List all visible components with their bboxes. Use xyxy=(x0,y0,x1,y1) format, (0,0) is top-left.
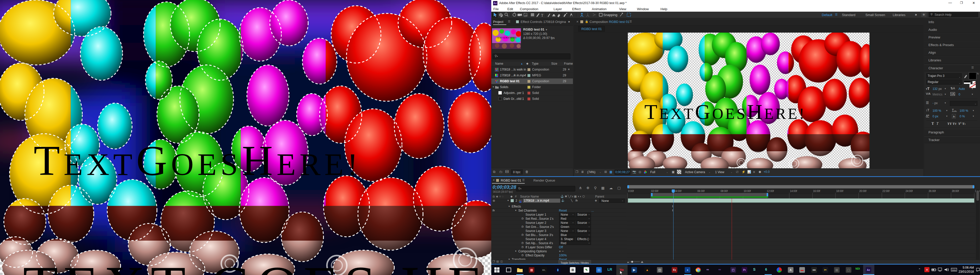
timeline-tab-close-icon[interactable]: ✕ xyxy=(493,179,495,182)
menu-window[interactable]: Window xyxy=(637,7,649,11)
taskbar-filezilla[interactable]: Fz xyxy=(672,267,677,273)
restore-button[interactable]: ❐ xyxy=(960,1,963,5)
col-size[interactable]: Size xyxy=(551,62,557,65)
taskbar-faded-app[interactable]: ▣ xyxy=(834,267,840,273)
workspace-libraries[interactable]: Libraries xyxy=(893,13,905,17)
project-row-adjustm-yer-1[interactable]: Adjustm...yer 1Solid xyxy=(491,90,573,96)
layer-name[interactable]: 170818 ...k in.mp4 xyxy=(524,199,549,202)
layer-twirl[interactable]: ▼ xyxy=(507,199,509,202)
bw-swatch[interactable] xyxy=(964,81,971,84)
prop-dropdown-1[interactable]: None⌄ xyxy=(559,229,575,233)
exposure-icon[interactable]: ✺ xyxy=(759,170,761,174)
taskbar-faded-app-2[interactable]: ▢ xyxy=(846,267,851,273)
prop-row-set-blu-source-3-s[interactable]: ◷Set Blu... Source 3'sBlue⌄ xyxy=(491,233,627,237)
menu-layer[interactable]: Layer xyxy=(554,7,562,11)
workspace-overflow[interactable]: » xyxy=(915,13,917,17)
prop-dropdown-2[interactable]: Source⌄ xyxy=(576,229,591,233)
menu-help[interactable]: Help xyxy=(660,7,667,11)
kerning-dropdown-icon[interactable]: ▼ xyxy=(944,93,946,95)
panel-header-libraries[interactable]: Libraries xyxy=(924,56,980,64)
label-chip[interactable] xyxy=(528,98,530,100)
workspace-default[interactable]: Default xyxy=(822,13,832,17)
prop-row-compositing-options[interactable]: ▼Compositing Options+ − xyxy=(491,249,627,253)
taskbar-media-encoder[interactable]: ◰ xyxy=(730,267,736,273)
prop-label[interactable]: Set Alp... Source 4's xyxy=(525,242,553,245)
tsume-value[interactable]: 0 % xyxy=(959,115,965,118)
prop-row-set-gre-source-2-s[interactable]: ◷Set Gre... Source 2'sGreen⌄ xyxy=(491,225,627,229)
taskbar-file-explorer[interactable] xyxy=(517,267,523,273)
taskbar-s-app[interactable]: S xyxy=(753,267,756,272)
col-type[interactable]: Type xyxy=(532,62,538,65)
tray-chevron-icon[interactable]: ⌃ xyxy=(918,268,921,272)
taskbar-media-player[interactable]: ▶ xyxy=(632,267,637,273)
timeline-graph-bg[interactable] xyxy=(627,194,975,260)
tsume-dropdown-icon[interactable]: ▼ xyxy=(972,115,974,117)
workspace-standard[interactable]: Standard xyxy=(842,13,856,17)
prop-row-set-channels[interactable]: fx▼Set ChannelsReset... xyxy=(491,209,627,213)
kerning-value[interactable]: Metrics xyxy=(932,93,942,96)
swap-colors-icon[interactable]: ↻ xyxy=(977,72,979,75)
paragraph-panel-header[interactable]: Paragraph xyxy=(924,129,980,136)
timeline-vscrollbar-thumb[interactable] xyxy=(977,190,979,201)
workspace-small-screen[interactable]: Small Screen xyxy=(865,13,885,17)
taskbar-thunderbird[interactable]: ● xyxy=(685,267,690,273)
prop-row-source-layer-4[interactable]: Source Layer 43. Shape⌄Effects {⌄ xyxy=(491,237,627,241)
prop-dropdown-2[interactable]: Effects {⌄ xyxy=(576,237,591,241)
timeline-tab-label[interactable]: RGBD test 01 xyxy=(501,179,521,182)
comp-tab-close-icon[interactable]: ✕ xyxy=(576,20,579,24)
layer-duration-bar[interactable] xyxy=(628,198,974,203)
project-item-title[interactable]: RGBD test 01 ▼ xyxy=(523,27,548,31)
horizontal-scale-value[interactable]: 100 % xyxy=(959,109,968,112)
taskbar-premiere-pro[interactable]: Pr xyxy=(741,267,747,273)
camera-dropdown[interactable]: Active Camera⌄ xyxy=(683,169,711,175)
stopwatch-icon[interactable]: ◷ xyxy=(522,225,524,228)
source-name-col[interactable]: Source Name xyxy=(520,195,539,198)
prop-row-effect-opacity[interactable]: ◷Effect Opacity100% xyxy=(491,253,627,258)
panel-header-audio[interactable]: Audio xyxy=(924,25,980,33)
prop-dropdown-1[interactable]: 3. Shape⌄ xyxy=(559,237,575,241)
avira-tray-icon[interactable]: ⌆ xyxy=(924,267,929,272)
project-row-170818-lk-in-mp4[interactable]: 170818 ...lk in.mp4MPEG29 xyxy=(491,73,573,78)
menu-effect[interactable]: Effect xyxy=(572,7,581,11)
font-family-dropdown[interactable]: Trajan Pro 3⌄ xyxy=(926,73,962,78)
taskbar-handbrake[interactable]: ◫ xyxy=(657,267,662,273)
prop-label[interactable]: Effect Opacity xyxy=(525,254,544,257)
prop-row-source-layer-3[interactable]: Source Layer 3None⌄Source⌄ xyxy=(491,229,627,233)
new-folder-icon[interactable]: 🗀 xyxy=(499,170,503,174)
layer-fx-switch[interactable]: fx xyxy=(576,199,578,202)
stopwatch-icon[interactable]: ◷ xyxy=(522,242,524,244)
taskbar-vlc[interactable]: ▲ xyxy=(644,267,650,273)
col-tag-icon[interactable]: ◆ xyxy=(526,62,528,65)
roi-icon[interactable]: ⊞ xyxy=(605,170,607,174)
region-icon[interactable]: ▩ xyxy=(609,170,612,174)
work-area-start[interactable] xyxy=(651,193,652,196)
tracking-value[interactable]: 0 xyxy=(959,93,960,96)
timeline-bottom-icons[interactable]: ❐▤◫ xyxy=(493,260,504,263)
render-queue-tab[interactable]: Render Queue xyxy=(533,179,555,182)
target-region-icon[interactable]: ▣ xyxy=(672,170,675,174)
taskbar-aimp[interactable]: A xyxy=(788,267,794,273)
prop-label[interactable]: Compositing Options xyxy=(518,250,547,253)
stroke-style-dropdown[interactable]: ⌄ xyxy=(950,101,977,106)
hscale-dropdown-icon[interactable]: ▼ xyxy=(972,109,974,112)
workspace-menu-icon[interactable]: ☰ xyxy=(835,13,838,16)
faux-styles-buttons[interactable]: TT xyxy=(932,122,941,126)
stopwatch-icon[interactable]: ◷ xyxy=(522,233,524,236)
baseline-dropdown-icon[interactable]: ▼ xyxy=(946,115,948,117)
label-chip[interactable] xyxy=(528,92,530,95)
snap-icons[interactable] xyxy=(619,12,637,18)
compositing-add-remove[interactable]: + − xyxy=(559,249,564,253)
taskbar-after-effects[interactable]: Ae xyxy=(865,267,871,273)
work-area-end[interactable] xyxy=(767,193,768,196)
sort-asc-icon[interactable]: ▲ xyxy=(520,62,523,65)
tracker-panel-header[interactable]: Tracker xyxy=(924,136,980,143)
prop-value-link[interactable]: Off xyxy=(559,245,563,249)
menu-file[interactable]: File xyxy=(493,7,499,11)
prop-label[interactable]: Source Layer 2 xyxy=(525,221,546,224)
comp-timecode[interactable]: 0;00;08;27 xyxy=(614,169,630,175)
timeline-search-box[interactable] xyxy=(516,186,575,191)
project-row-170818-ls-walk-in[interactable]: 170818 ...ls walk inComposition29⎈ xyxy=(491,67,573,73)
taskbar-color-pie[interactable] xyxy=(776,267,782,273)
taskbar-sync-app[interactable]: ⧫ xyxy=(555,267,561,273)
label-chip[interactable] xyxy=(528,80,530,83)
